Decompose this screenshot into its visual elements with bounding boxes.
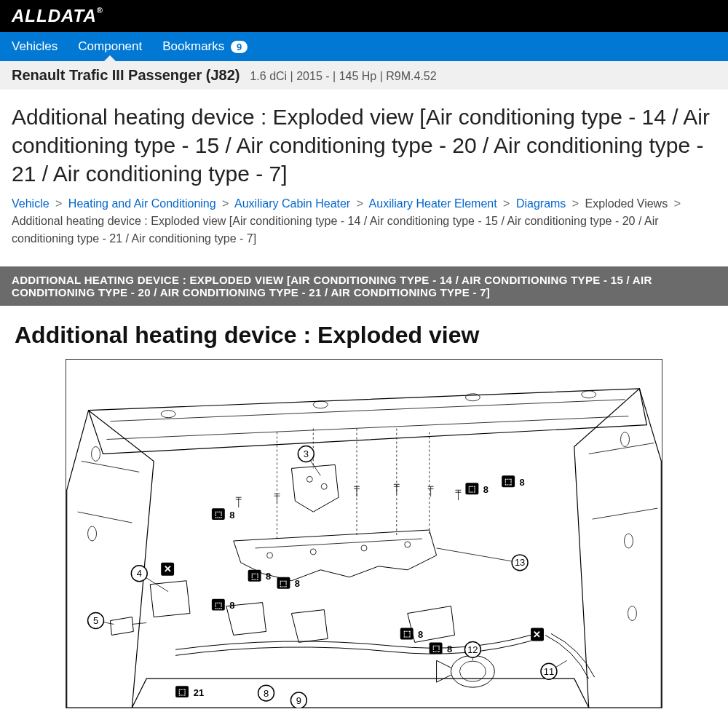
breadcrumb-aux-cabin[interactable]: Auxiliary Cabin Heater — [234, 197, 350, 210]
svg-text:✕: ✕ — [164, 563, 172, 574]
svg-text:✕: ✕ — [534, 629, 542, 640]
exploded-diagram[interactable]: 3 4 5 13 12 11 8 9 — [66, 359, 662, 708]
svg-point-1 — [313, 401, 328, 408]
bookmarks-count-badge: 9 — [231, 41, 248, 53]
svg-point-13 — [306, 476, 312, 482]
svg-point-5 — [88, 526, 97, 541]
breadcrumb-current: Additional heating device : Exploded vie… — [12, 215, 659, 245]
svg-point-14 — [321, 483, 327, 489]
svg-text:⬚: ⬚ — [251, 571, 258, 580]
diagram-svg: 3 4 5 13 12 11 8 9 — [66, 360, 662, 708]
page-title: Additional heating device : Exploded vie… — [0, 90, 728, 188]
svg-point-3 — [582, 391, 596, 398]
nav-vehicles[interactable]: Vehicles — [12, 39, 58, 54]
svg-text:3: 3 — [304, 448, 309, 459]
svg-text:⬚: ⬚ — [403, 629, 411, 638]
breadcrumb-exploded: Exploded Views — [585, 197, 668, 210]
svg-text:⬚: ⬚ — [215, 601, 222, 609]
svg-text:11: 11 — [544, 666, 554, 677]
section-banner: ADDITIONAL HEATING DEVICE : EXPLODED VIE… — [0, 266, 728, 306]
svg-text:⬚: ⬚ — [432, 644, 440, 652]
svg-point-6 — [621, 432, 630, 447]
header-bar: ALLDATA® — [0, 0, 728, 32]
svg-point-7 — [625, 534, 633, 548]
breadcrumb-heating[interactable]: Heating and Air Conditioning — [68, 197, 216, 210]
vehicle-details: 1.6 dCi | 2015 - | 145 Hp | R9M.4.52 — [250, 70, 436, 83]
breadcrumb: Vehicle > Heating and Air Conditioning >… — [0, 188, 728, 255]
breadcrumb-vehicle[interactable]: Vehicle — [12, 197, 50, 210]
svg-text:21: 21 — [194, 687, 204, 698]
svg-text:⬚: ⬚ — [178, 687, 186, 696]
vehicle-name: Renault Trafic III Passenger (J82) — [12, 67, 240, 84]
svg-point-9 — [267, 553, 273, 558]
svg-text:8: 8 — [229, 600, 234, 611]
breadcrumb-aux-element[interactable]: Auxiliary Heater Element — [369, 197, 497, 210]
svg-text:4: 4 — [137, 568, 142, 579]
svg-point-8 — [628, 606, 636, 621]
svg-point-0 — [161, 411, 175, 418]
brand-logo: ALLDATA® — [12, 6, 103, 25]
svg-text:8: 8 — [418, 629, 423, 640]
svg-line-31 — [437, 548, 521, 563]
svg-point-12 — [405, 542, 411, 547]
breadcrumb-diagrams[interactable]: Diagrams — [516, 197, 566, 210]
svg-text:⬚: ⬚ — [215, 510, 222, 518]
svg-text:8: 8 — [264, 688, 269, 699]
svg-text:12: 12 — [467, 644, 478, 655]
svg-text:⬚: ⬚ — [280, 579, 287, 587]
svg-text:8: 8 — [295, 578, 300, 589]
svg-text:8: 8 — [483, 484, 488, 495]
nav-component[interactable]: Component — [78, 39, 142, 54]
content-heading: Additional heating device : Exploded vie… — [0, 306, 728, 359]
main-nav: Vehicles Component Bookmarks 9 — [0, 32, 728, 61]
svg-text:⬚: ⬚ — [505, 477, 512, 486]
svg-text:5: 5 — [93, 615, 98, 626]
svg-text:⬚: ⬚ — [468, 484, 475, 493]
svg-point-4 — [92, 447, 100, 462]
svg-text:8: 8 — [229, 510, 234, 521]
vehicle-info-bar: Renault Trafic III Passenger (J82) 1.6 d… — [0, 61, 728, 90]
svg-text:8: 8 — [519, 477, 524, 488]
svg-text:13: 13 — [515, 557, 525, 568]
svg-text:8: 8 — [266, 571, 271, 582]
svg-text:8: 8 — [447, 644, 452, 654]
svg-point-11 — [361, 545, 367, 551]
nav-bookmarks[interactable]: Bookmarks 9 — [162, 39, 248, 54]
svg-point-10 — [310, 549, 316, 555]
svg-text:9: 9 — [296, 695, 301, 706]
